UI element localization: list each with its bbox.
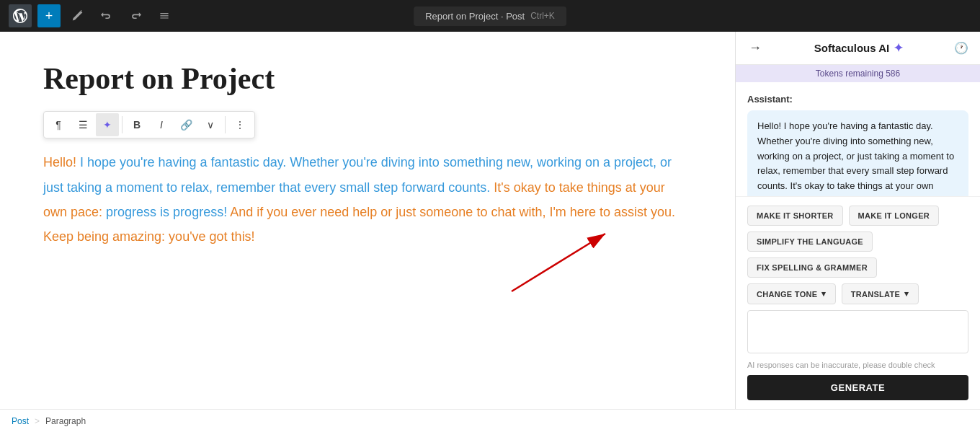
link-btn[interactable]: 🔗 [174,113,197,136]
status-post-link[interactable]: Post [12,416,29,426]
fix-spelling-button[interactable]: FIX SPELLING & GRAMMER [747,257,877,278]
wordpress-logo[interactable] [9,4,32,27]
redo-button[interactable] [124,4,147,27]
ai-sidebar: → Softaculous AI ✦ 🕐 Tokens remaining 58… [735,32,980,409]
align-icon: ☰ [79,119,88,131]
action-row-1: MAKE IT SHORTER MAKE IT LONGER [747,206,968,226]
generate-button[interactable]: GENERATE [747,375,968,400]
change-tone-label: CHANGE TONE [757,290,817,299]
chevron-down-icon: ∨ [207,119,214,131]
assistant-bubble: Hello! I hope you're having a fantastic … [747,110,968,196]
paragraph-btn[interactable]: ¶ [47,113,70,136]
shortcut-label: Ctrl+K [530,11,555,21]
top-bar: + Report on Project · Post Ctrl+K [0,0,980,32]
status-separator: > [35,416,40,426]
assistant-label: Assistant: [747,94,968,105]
editor-area[interactable]: Report on Project ¶ ☰ ✦ B I 🔗 ∨ [0,32,735,409]
ai-sparkle-icon: ✦ [894,41,903,55]
content-hello: Hello! [43,155,76,169]
action-row-3: CHANGE TONE ▾ TRANSLATE ▾ [747,283,968,304]
add-button[interactable]: + [37,4,61,27]
make-shorter-button[interactable]: MAKE IT SHORTER [747,206,843,226]
ai-actions-area: MAKE IT SHORTER MAKE IT LONGER SIMPLIFY … [736,196,980,409]
content-p5: Keep being amazing: you've got this! [43,229,255,244]
paragraph-icon: ¶ [55,119,61,131]
change-tone-chevron: ▾ [821,289,826,299]
translate-chevron: ▾ [904,289,909,299]
ai-history-button[interactable]: 🕐 [954,41,968,55]
tokens-bar: Tokens remaining 586 [736,65,980,82]
italic-icon: I [160,119,163,131]
status-paragraph-label: Paragraph [45,416,86,426]
translate-button[interactable]: TRANSLATE ▾ [842,283,919,304]
ai-prompt-input[interactable] [747,310,968,353]
italic-btn[interactable]: I [150,113,173,136]
block-toolbar: ¶ ☰ ✦ B I 🔗 ∨ ⋮ [43,111,255,138]
toolbar-divider-1 [122,116,122,133]
more-btn[interactable]: ⋮ [228,113,251,136]
save-label: Report on Project · Post [425,11,525,22]
content-p3: progress is progress! [106,205,227,219]
content-p4: And if you ever need help or just someon… [230,205,675,219]
make-longer-button[interactable]: MAKE IT LONGER [849,206,940,226]
menu-button[interactable] [153,4,176,27]
bottom-status-bar: Post > Paragraph [0,409,980,432]
save-indicator[interactable]: Report on Project · Post Ctrl+K [414,6,566,26]
link-icon: 🔗 [180,119,192,131]
pencil-button[interactable] [66,4,89,27]
chevron-btn[interactable]: ∨ [199,113,222,136]
toolbar-divider-2 [225,116,226,133]
undo-button[interactable] [95,4,118,27]
editor-title[interactable]: Report on Project [43,61,692,97]
ai-sidebar-scroll[interactable]: Assistant: Hello! I hope you're having a… [736,82,980,409]
ai-chat-area: Assistant: Hello! I hope you're having a… [736,82,980,196]
ai-sparkle-btn[interactable]: ✦ [96,113,119,136]
bold-icon: B [133,119,141,131]
tokens-label: Tokens remaining 586 [816,69,900,79]
translate-label: TRANSLATE [851,290,901,299]
editor-content[interactable]: Hello! I hope you're having a fantastic … [43,150,692,249]
change-tone-button[interactable]: CHANGE TONE ▾ [747,283,836,304]
action-row-2: SIMPLIFY THE LANGUAGE FIX SPELLING & GRA… [747,232,968,278]
plus-icon: + [45,9,53,24]
sparkle-toolbar-icon: ✦ [103,119,112,131]
ai-sidebar-title: Softaculous AI ✦ [769,41,948,55]
align-btn[interactable]: ☰ [71,113,94,136]
ai-disclaimer: AI responses can be inaccurate, please d… [747,361,968,369]
ai-back-button[interactable]: → [747,39,763,57]
more-icon: ⋮ [235,119,245,131]
bold-btn[interactable]: B [125,113,148,136]
ai-sidebar-header: → Softaculous AI ✦ 🕐 [736,32,980,65]
simplify-button[interactable]: SIMPLIFY THE LANGUAGE [747,232,873,252]
